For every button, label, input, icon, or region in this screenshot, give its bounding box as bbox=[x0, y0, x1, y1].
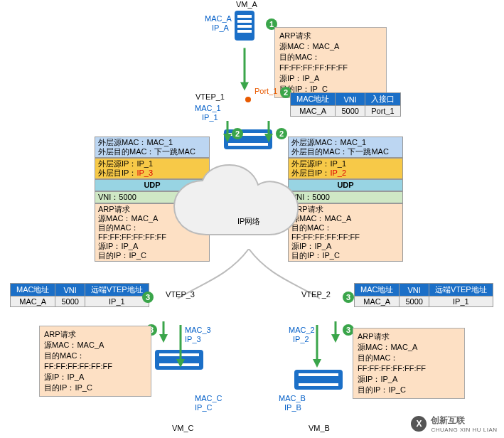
watermark: X 创新互联 CHUANG XIN HU LIAN bbox=[404, 410, 504, 438]
pr-osm: 外层源MAC：MAC_1 bbox=[291, 138, 366, 146]
pl-osi: 外层源IP：IP_1 bbox=[98, 159, 153, 168]
mac-table-vtep3: MAC地址VNI远端VTEP地址 MAC_A5000IP_1 bbox=[10, 283, 149, 307]
svg-marker-5 bbox=[264, 134, 273, 142]
svg-marker-3 bbox=[223, 134, 232, 142]
mt-top-r3: Port_1 bbox=[365, 106, 400, 117]
pl-odm: 外层目的MAC：下一跳MAC bbox=[98, 147, 195, 156]
vm-a-mac: MAC_A bbox=[205, 14, 232, 23]
abr-3: 目的MAC：FF:FF:FF:FF:FF:FF bbox=[358, 353, 460, 374]
step-2c-badge: 2 bbox=[276, 128, 287, 139]
arrow-down-icon bbox=[176, 321, 185, 371]
arp1-l4: 源IP：IP_A bbox=[279, 73, 382, 84]
pl-a4: 源IP：IP_A bbox=[98, 242, 138, 250]
pl-osm: 外层源MAC：MAC_1 bbox=[98, 138, 173, 146]
vtep2-label: VTEP_2 bbox=[301, 290, 331, 299]
vtep2-ip: IP_2 bbox=[293, 335, 309, 343]
mt-top-h2: VNI bbox=[336, 93, 365, 106]
vtep1-port: Port_1 bbox=[254, 87, 277, 95]
ml-r1: MAC_A bbox=[11, 297, 55, 307]
arp-box-bl: ARP请求 源MAC：MAC_A 目的MAC：FF:FF:FF:FF:FF:FF… bbox=[39, 326, 151, 397]
mr-h1: MAC地址 bbox=[355, 284, 400, 297]
ml-h1: MAC地址 bbox=[11, 284, 55, 297]
abl-2: 源MAC：MAC_A bbox=[44, 340, 146, 351]
svg-marker-11 bbox=[313, 359, 321, 368]
arrow-down-icon bbox=[159, 321, 168, 343]
arp-box-br: ARP请求 源MAC：MAC_A 目的MAC：FF:FF:FF:FF:FF:FF… bbox=[353, 328, 465, 399]
abr-2: 源MAC：MAC_A bbox=[358, 342, 460, 353]
vtep2-mac: MAC_2 bbox=[289, 326, 315, 334]
step-3b-badge: 3 bbox=[343, 292, 354, 303]
arrow-down-icon bbox=[264, 121, 273, 142]
arp1-l1: ARP请求 bbox=[279, 31, 382, 41]
vm-a-ip: IP_A bbox=[212, 23, 229, 32]
step-3a-badge: 3 bbox=[142, 292, 154, 303]
svg-marker-7 bbox=[159, 334, 168, 343]
arp1-l3: 目的MAC：FF:FF:FF:FF:FF:FF bbox=[279, 52, 382, 73]
arp-request-box-1: ARP请求 源MAC：MAC_A 目的MAC：FF:FF:FF:FF:FF:FF… bbox=[274, 27, 387, 98]
pl-a3: 目的MAC：FF:FF:FF:FF:FF:FF bbox=[98, 223, 166, 241]
mt-top-r1: MAC_A bbox=[291, 106, 336, 117]
logo-icon: X bbox=[411, 416, 427, 432]
vm-c-label: VM_C bbox=[172, 424, 194, 432]
pl-a1: ARP请求 bbox=[98, 205, 130, 213]
vtep1-label: VTEP_1 bbox=[195, 92, 225, 101]
mr-h2: VNI bbox=[400, 284, 429, 297]
vtep3-ip: IP_3 bbox=[185, 335, 201, 343]
pl-odi: IP_3 bbox=[136, 169, 153, 177]
arrow-down-icon bbox=[223, 121, 232, 142]
abr-5: 目的IP：IP_C bbox=[358, 385, 460, 395]
mac-table-vtep1: MAC地址VNI入接口 MAC_A5000Port_1 bbox=[290, 92, 401, 117]
pl-vni: VNI：5000 bbox=[98, 193, 136, 201]
abr-1: ARP请求 bbox=[358, 331, 460, 342]
vtep1-ip: IP_1 bbox=[202, 113, 218, 122]
step-2b-badge: 2 bbox=[232, 128, 243, 139]
mr-h3: 远端VTEP地址 bbox=[429, 284, 493, 297]
mt-top-r2: 5000 bbox=[336, 106, 365, 117]
svg-marker-13 bbox=[331, 334, 340, 343]
vm-b-label: VM_B bbox=[309, 424, 330, 432]
vm-b-mac: MAC_B bbox=[279, 394, 306, 402]
ml-h3: 远端VTEP地址 bbox=[85, 284, 149, 297]
server-icon bbox=[235, 11, 254, 41]
ml-h2: VNI bbox=[55, 284, 85, 297]
vm-a-label: VM_A bbox=[236, 0, 257, 9]
mt-top-h1: MAC地址 bbox=[291, 93, 336, 106]
wm-sub: CHUANG XIN HU LIAN bbox=[431, 427, 497, 433]
abr-4: 源IP：IP_A bbox=[358, 374, 460, 385]
abl-5: 目的IP：IP_C bbox=[44, 383, 146, 393]
vm-c-ip: IP_C bbox=[195, 403, 212, 412]
port-dot-icon bbox=[245, 97, 251, 102]
vtep3-label: VTEP_3 bbox=[166, 290, 195, 299]
pl-a2: 源MAC：MAC_A bbox=[98, 214, 158, 223]
cloud-label: IP网络 bbox=[237, 216, 260, 227]
cloud-icon bbox=[171, 164, 327, 256]
pr-odm: 外层目的MAC：下一跳MAC bbox=[291, 147, 389, 156]
mac-table-vtep2: MAC地址VNI远端VTEP地址 MAC_A5000IP_1 bbox=[354, 283, 493, 307]
mr-r2: 5000 bbox=[400, 297, 429, 307]
switch-icon bbox=[294, 370, 343, 390]
arp1-l2: 源MAC：MAC_A bbox=[279, 41, 382, 52]
pl-a5: 目的IP：IP_C bbox=[98, 251, 146, 260]
pr-odi: IP_2 bbox=[330, 169, 346, 177]
ml-r2: 5000 bbox=[55, 297, 85, 307]
ml-r3: IP_1 bbox=[85, 297, 149, 307]
abl-4: 源IP：IP_A bbox=[44, 372, 146, 383]
abl-3: 目的MAC：FF:FF:FF:FF:FF:FF bbox=[44, 351, 146, 372]
mt-top-h3: 入接口 bbox=[365, 93, 400, 106]
abl-1: ARP请求 bbox=[44, 329, 146, 340]
vm-b-ip: IP_B bbox=[284, 403, 301, 412]
arrow-down-icon bbox=[240, 43, 249, 96]
wm-brand: 创新互联 bbox=[431, 415, 497, 427]
vtep1-mac: MAC_1 bbox=[195, 104, 221, 112]
svg-marker-9 bbox=[176, 359, 185, 368]
vm-c-mac: MAC_C bbox=[195, 394, 222, 402]
svg-marker-1 bbox=[240, 82, 249, 91]
vtep3-mac: MAC_3 bbox=[185, 326, 211, 334]
mr-r1: MAC_A bbox=[355, 297, 400, 307]
pl-odi-lab: 外层目IP： bbox=[98, 169, 136, 177]
arrow-down-icon bbox=[331, 321, 340, 343]
arrow-down-icon bbox=[313, 321, 321, 371]
mr-r3: IP_1 bbox=[429, 297, 493, 307]
